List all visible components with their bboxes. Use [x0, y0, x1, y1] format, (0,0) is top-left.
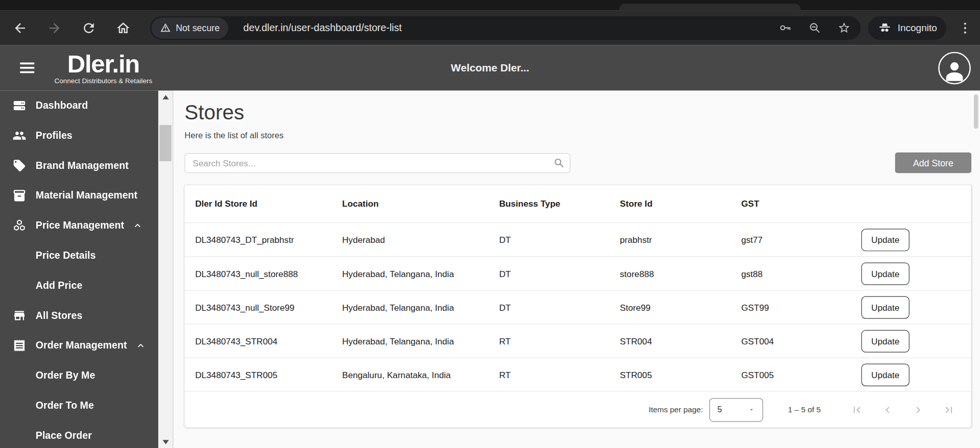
scroll-up-arrow[interactable]: [158, 91, 173, 103]
table-cell: Hyderabad, Telangana, India: [342, 268, 499, 279]
update-button[interactable]: Update: [862, 363, 910, 386]
browser-toolbar: Not secure dev.dler.in/user-dashboard/st…: [0, 11, 980, 45]
scroll-down-arrow[interactable]: [158, 436, 173, 448]
sidebar-item-place-order[interactable]: Place Order: [0, 420, 158, 448]
bookmark-star-icon[interactable]: [837, 21, 851, 35]
page-subtitle: Here is the list of all stores: [184, 131, 971, 140]
page-scrollbar-thumb[interactable]: [974, 94, 978, 129]
material-box-icon: [12, 189, 26, 203]
items-per-page-label: Items per page:: [649, 405, 703, 414]
logo-block[interactable]: Dler.in Connect Distributors & Retailers: [55, 51, 153, 84]
table-cell: DL3480743_DT_prabhstr: [195, 235, 342, 245]
column-header: GST: [741, 198, 861, 209]
table-cell: STR004: [620, 336, 742, 346]
last-page-icon[interactable]: [940, 401, 958, 418]
items-per-page-select[interactable]: 5: [709, 398, 763, 422]
sidebar-item-label: Order By Me: [36, 370, 95, 381]
price-cubes-icon: [12, 219, 26, 233]
browser-chrome: Not secure dev.dler.in/user-dashboard/st…: [0, 0, 980, 45]
scrollbar-thumb[interactable]: [159, 125, 171, 161]
table-cell: Hyderabad, Telangana, India: [342, 302, 499, 312]
dropdown-arrow-icon: [748, 406, 755, 413]
table-cell: DT: [499, 235, 619, 245]
table-row: DL3480743_DT_prabhstrHyderabadDTprabhstr…: [184, 222, 971, 256]
search-box: [184, 153, 570, 172]
sidebar-item-label: Price Details: [36, 250, 96, 261]
forward-icon[interactable]: [42, 15, 67, 40]
table-row: DL3480743_STR005Bengaluru, Karnataka, In…: [184, 358, 971, 391]
column-header: Dler Id Store Id: [195, 198, 342, 209]
table-cell: DL3480743_null_store888: [195, 268, 342, 279]
table-cell: DL3480743_STR004: [195, 336, 342, 346]
key-icon[interactable]: [778, 21, 792, 35]
search-input[interactable]: [184, 153, 570, 172]
table-cell: GST004: [741, 336, 861, 346]
receipt-icon: [12, 339, 26, 353]
sidebar-item-label: Price Management: [36, 220, 124, 231]
table-cell: DT: [499, 302, 619, 312]
table-header: Dler Id Store IdLocationBusiness TypeSto…: [184, 185, 971, 222]
table-body: DL3480743_DT_prabhstrHyderabadDTprabhstr…: [184, 222, 971, 391]
sidebar-item-order-by-me[interactable]: Order By Me: [0, 361, 158, 391]
table-cell: gst88: [741, 268, 861, 279]
sidebar-scrollbar[interactable]: [158, 91, 173, 448]
update-button[interactable]: Update: [862, 262, 910, 285]
sidebar-item-label: Place Order: [36, 430, 92, 441]
zoom-out-icon[interactable]: [807, 21, 821, 35]
first-page-icon[interactable]: [848, 401, 866, 418]
table-row: DL3480743_null_Store99Hyderabad, Telanga…: [184, 290, 971, 323]
table-cell: store888: [620, 268, 742, 279]
back-icon[interactable]: [8, 15, 33, 40]
menu-toggle-icon[interactable]: [20, 63, 34, 73]
table-cell: DT: [499, 268, 619, 279]
table-cell: Store99: [620, 302, 742, 312]
chevron-up-icon: [135, 340, 146, 351]
update-button[interactable]: Update: [862, 296, 910, 318]
next-page-icon[interactable]: [910, 401, 927, 418]
column-header: Business Type: [499, 198, 619, 209]
sidebar-item-all-stores[interactable]: All Stores: [0, 301, 158, 331]
security-chip[interactable]: Not secure: [151, 17, 228, 39]
add-store-button[interactable]: Add Store: [895, 153, 971, 173]
incognito-badge: Incognito: [868, 16, 946, 40]
table-cell: Hyderabad: [342, 235, 499, 245]
sidebar-item-price-management[interactable]: Price Management: [0, 211, 158, 241]
security-label: Not secure: [176, 23, 220, 33]
sidebar-item-dashboard[interactable]: Dashboard: [0, 91, 158, 121]
sidebar-item-order-to-me[interactable]: Order To Me: [0, 391, 158, 421]
sidebar-item-label: Order Management: [36, 340, 127, 351]
home-icon[interactable]: [111, 15, 136, 40]
active-tab[interactable]: [619, 4, 801, 10]
store-icon: [12, 309, 26, 322]
app-tagline: Connect Distributors & Retailers: [55, 77, 153, 85]
sidebar-item-add-price[interactable]: Add Price: [0, 270, 158, 301]
sidebar-item-price-details[interactable]: Price Details: [0, 241, 158, 271]
update-button[interactable]: Update: [862, 330, 910, 352]
update-button[interactable]: Update: [862, 229, 910, 251]
app-logo: Dler.in: [67, 51, 139, 76]
column-header: Location: [342, 198, 499, 209]
sidebar-item-profiles[interactable]: Profiles: [0, 120, 158, 151]
table-cell: RT: [499, 369, 619, 380]
page-title: Stores: [184, 101, 971, 125]
sidebar-item-material-management[interactable]: Material Management: [0, 181, 158, 211]
sidebar-item-label: Brand Management: [36, 160, 129, 171]
url-text: dev.dler.in/user-dashboard/store-list: [244, 22, 778, 33]
incognito-label: Incognito: [898, 22, 937, 33]
table-row: DL3480743_STR004Hyderabad, Telangana, In…: [184, 323, 971, 357]
address-bar[interactable]: Not secure dev.dler.in/user-dashboard/st…: [150, 16, 861, 40]
browser-menu-icon[interactable]: [958, 20, 972, 35]
tab-strip: [0, 0, 980, 11]
user-avatar[interactable]: [938, 52, 971, 84]
profiles-icon: [12, 129, 26, 142]
prev-page-icon[interactable]: [879, 401, 896, 418]
sidebar-item-order-management[interactable]: Order Management: [0, 331, 158, 361]
table-cell: GST99: [741, 302, 861, 312]
sidebar-item-brand-management[interactable]: Brand Management: [0, 151, 158, 181]
brand-tag-icon: [12, 159, 26, 172]
incognito-icon: [877, 20, 892, 35]
sidebar-item-label: Dashboard: [36, 100, 88, 111]
reload-icon[interactable]: [76, 15, 101, 40]
person-icon: [942, 58, 967, 83]
search-icon: [554, 157, 565, 168]
